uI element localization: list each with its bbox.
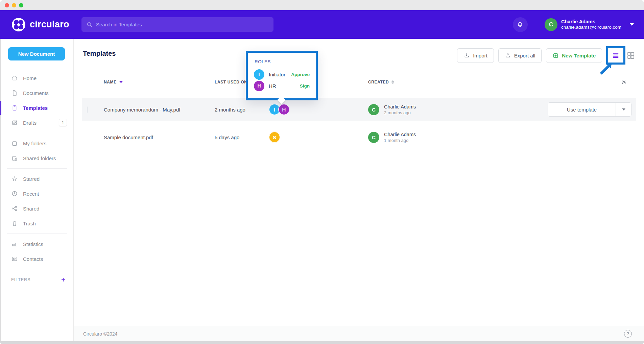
sidebar-item-shared[interactable]: Shared [1,201,73,216]
sidebar-item-home[interactable]: Home [1,71,73,85]
export-all-button-label: Export all [514,53,535,58]
sidebar-item-label: My folders [23,141,46,146]
sidebar-item-label: Drafts [23,120,37,126]
last-used-value: 2 months ago [215,107,269,113]
grid-view-button[interactable] [626,50,636,60]
sidebar-item-label: Statistics [23,241,43,247]
page-title: Templates [83,50,116,57]
export-all-button[interactable]: Export all [498,48,542,63]
role-action: Sign [300,83,310,89]
shared-folder-icon [11,155,18,162]
use-template-button[interactable]: Use template [548,103,616,116]
table-row[interactable]: Company memorandum - May.pdf 2 months ag… [82,98,636,121]
role-action: Approve [291,72,310,77]
sort-desc-icon [119,81,123,83]
main-content: Templates Import Export all New Template [74,39,644,341]
plus-icon [61,277,66,282]
sidebar-item-label: Documents [23,90,49,96]
gear-icon[interactable] [621,79,627,85]
search-bar[interactable] [81,17,273,32]
trash-icon [11,220,18,227]
brand-name: circularo [30,19,69,30]
appbar: circularo C Charlie Adams charlie.adams@… [0,10,644,39]
sidebar-item-starred[interactable]: Starred [1,171,73,186]
table-row[interactable]: Sample document.pdf 5 days ago S C Charl… [82,126,636,148]
column-header-label: CREATED [368,80,389,84]
search-input[interactable] [96,22,269,27]
sidebar-item-recent[interactable]: Recent [1,186,73,201]
new-document-button[interactable]: New Document [8,47,65,60]
new-template-button[interactable]: New Template [546,48,602,63]
template-name: Sample document.pdf [104,134,215,140]
last-used-value: 5 days ago [215,134,269,140]
filters-section: FILTERS [1,272,73,282]
role-avatar-initiator: I [254,69,264,80]
appbar-right: C Charlie Adams charlie.adams@circularo.… [513,10,634,39]
new-template-button-label: New Template [562,53,596,58]
role-avatars: I H [269,104,368,115]
export-icon [505,52,511,59]
sidebar-item-contacts[interactable]: Contacts [1,251,73,266]
role-avatar[interactable]: S [269,131,280,143]
macos-titlebar [0,0,644,10]
sidebar-divider [7,168,67,169]
notifications-button[interactable] [513,17,528,32]
role-name: Initiator [269,72,285,77]
column-header-created[interactable]: CREATED [368,80,547,84]
sidebar-item-statistics[interactable]: Statistics [1,237,73,251]
sidebar-item-documents[interactable]: Documents [1,85,73,100]
sidebar-item-shared-folders[interactable]: Shared folders [1,151,73,166]
column-header-label: LAST USED ON [215,80,247,84]
list-view-icon [612,51,620,60]
sidebar-item-drafts[interactable]: Drafts 1 [1,115,73,130]
add-filter-button[interactable] [61,277,66,282]
minimize-window-button[interactable] [12,3,16,7]
table-header-row: NAME LAST USED ON CREATED [82,75,636,89]
brand-logo[interactable]: circularo [11,10,69,39]
edit-icon [11,119,18,126]
roles-popup: ROLES I Initiator Approve H HR Sign [246,51,318,100]
user-menu[interactable]: C Charlie Adams charlie.adams@circularo.… [545,18,634,31]
window-bottom-edge [0,341,644,344]
roles-popup-item: I Initiator Approve [254,69,310,80]
sort-icon [391,80,394,84]
sidebar-divider [7,269,67,269]
table-settings [547,79,636,85]
sidebar-item-my-folders[interactable]: My folders [1,136,73,151]
sidebar-item-templates[interactable]: Templates [1,100,73,115]
template-name: Company memorandum - May.pdf [104,107,215,113]
use-template-dropdown-button[interactable] [616,103,631,116]
role-avatar-hr: H [254,81,264,91]
row-checkbox[interactable] [87,106,88,113]
import-button[interactable]: Import [457,48,494,63]
app-window: circularo C Charlie Adams charlie.adams@… [0,0,644,344]
grid-view-icon [626,50,636,60]
sidebar-item-trash[interactable]: Trash [1,216,73,231]
sidebar: New Document Home Documents Templates [0,39,73,341]
user-avatar: C [545,18,557,31]
role-avatars: S [269,131,368,143]
templates-table: NAME LAST USED ON CREATED [82,75,636,148]
roles-popup-title: ROLES [255,59,310,64]
clipboard-icon [11,104,18,111]
creator-name: Charlie Adams [384,104,416,110]
cursor-arrow-annotation [598,61,614,80]
column-header-name[interactable]: NAME [104,80,215,84]
circularo-logo-icon [11,18,26,32]
share-icon [11,205,18,212]
sidebar-divider [7,133,67,133]
folder-icon [11,140,18,147]
sidebar-item-label: Shared folders [23,155,56,161]
creator-avatar: C [368,104,379,115]
sidebar-item-label: Home [23,75,37,81]
chevron-down-icon [630,23,634,26]
role-avatar-hr[interactable]: H [278,104,290,115]
plus-square-icon [552,52,559,59]
maximize-window-button[interactable] [19,3,23,7]
bell-icon [517,21,524,28]
sidebar-divider [7,234,67,234]
star-icon [11,175,18,182]
close-window-button[interactable] [5,3,9,7]
sidebar-item-label: Contacts [23,256,43,262]
help-button[interactable]: ? [624,330,632,338]
